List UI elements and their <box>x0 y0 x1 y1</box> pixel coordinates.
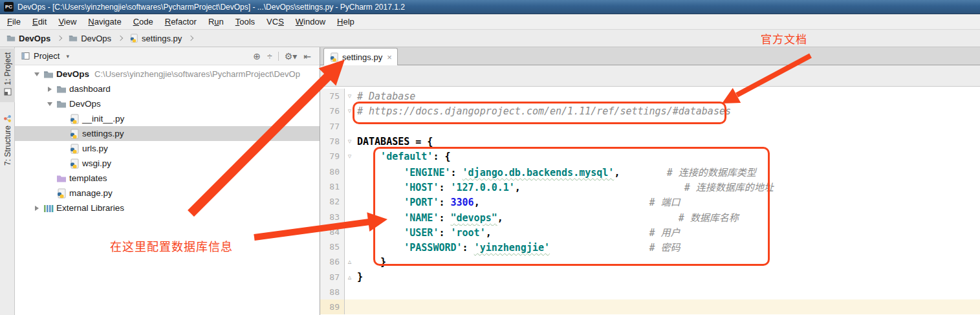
line-number[interactable]: 76 <box>320 103 345 118</box>
libs-icon <box>42 203 55 213</box>
expanded-arrow-icon[interactable] <box>32 72 42 76</box>
code-line-82[interactable]: 82 'PORT': 3306, # 端口 <box>320 194 980 209</box>
settings-gear-icon[interactable]: ⚙▾ <box>281 51 301 61</box>
fold-down-icon[interactable]: ▿ <box>345 92 354 100</box>
breadcrumb-item-settings-py[interactable]: settings.py <box>128 34 183 43</box>
fold-down-icon[interactable]: ▿ <box>345 107 354 115</box>
editor-breadcrumb-band <box>320 65 980 87</box>
tree-item--init-py[interactable]: __init__.py <box>15 111 320 126</box>
folder-icon <box>55 99 68 109</box>
fold-up-icon[interactable]: ▵ <box>345 273 354 281</box>
line-number[interactable]: 83 <box>320 209 345 224</box>
menu-navigate[interactable]: Navigate <box>82 17 127 27</box>
line-number[interactable]: 84 <box>320 224 345 239</box>
python-file-icon <box>68 114 81 124</box>
python-file-icon <box>55 188 68 199</box>
project-tree: DevOpsC:\Users\yinzhengjie\softwares\Pyc… <box>15 65 320 215</box>
code-text: } <box>354 271 363 283</box>
tree-item-wsgi-py[interactable]: wsgi.py <box>15 156 320 171</box>
line-number[interactable]: 81 <box>320 179 345 194</box>
menu-run[interactable]: Run <box>202 17 230 27</box>
tool-button-project[interactable]: 1: Project <box>0 49 15 102</box>
breadcrumb-item-devops[interactable]: DevOps <box>5 34 52 43</box>
line-number[interactable]: 77 <box>320 119 345 134</box>
close-tab-icon[interactable]: × <box>387 52 392 62</box>
fold-down-icon[interactable]: ▿ <box>345 137 354 146</box>
line-number[interactable]: 79 <box>320 149 345 164</box>
python-file-icon <box>129 34 138 43</box>
locate-icon[interactable]: ⊕ <box>250 51 264 61</box>
collapse-all-icon[interactable]: ÷ <box>264 51 276 61</box>
title-bar: PC DevOps - [C:\Users\yinzhengjie\softwa… <box>0 0 980 14</box>
line-number[interactable]: 82 <box>320 194 345 209</box>
code-line-77[interactable]: 77 <box>320 119 980 134</box>
tree-item-templates[interactable]: templates <box>15 171 320 186</box>
code-line-75[interactable]: 75▿# Database <box>320 89 980 103</box>
code-area[interactable]: 75▿# Database76▿# https://docs.djangopro… <box>320 87 980 315</box>
tab-settings-py[interactable]: settings.py× <box>323 48 398 65</box>
code-text: DATABASES = { <box>354 136 433 147</box>
tree-item-urls-py[interactable]: urls.py <box>15 141 320 156</box>
menu-vcs[interactable]: VCS <box>261 17 290 27</box>
menu-edit[interactable]: Edit <box>27 17 52 27</box>
line-number[interactable]: 89 <box>320 299 345 314</box>
code-text: 'PORT': 3306, # 端口 <box>354 195 681 208</box>
python-file-icon <box>68 144 81 154</box>
line-number[interactable]: 78 <box>320 134 345 149</box>
code-line-83[interactable]: 83 'NAME': "devops", # 数据库名称 <box>320 209 980 224</box>
menu-help[interactable]: Help <box>331 17 360 27</box>
expanded-arrow-icon[interactable] <box>45 102 55 106</box>
tree-item-label: urls.py <box>82 144 108 153</box>
tree-item-dashboard[interactable]: dashboard <box>15 81 320 96</box>
folder-icon <box>69 34 78 43</box>
hide-panel-icon[interactable]: ⇤ <box>300 51 314 61</box>
fold-up-icon[interactable]: ▵ <box>345 257 354 266</box>
code-line-84[interactable]: 84 'USER': 'root', # 用户 <box>320 224 980 239</box>
collapsed-arrow-icon[interactable] <box>45 87 55 92</box>
menu-refactor[interactable]: Refactor <box>159 17 202 27</box>
line-number[interactable]: 88 <box>320 285 345 299</box>
fold-down-icon[interactable]: ▿ <box>345 152 354 160</box>
project-panel-icon <box>21 52 30 60</box>
chevron-right-icon <box>57 36 62 41</box>
collapsed-arrow-icon[interactable] <box>32 206 42 211</box>
project-panel-header: Project ▾ ⊕÷⚙▾⇤ <box>15 47 320 65</box>
menu-window[interactable]: Window <box>290 17 331 27</box>
menu-tools[interactable]: Tools <box>230 17 261 27</box>
line-number[interactable]: 80 <box>320 164 345 179</box>
code-line-88[interactable]: 88 <box>320 285 980 299</box>
code-line-85[interactable]: 85 'PASSWORD': 'yinzhengjie' # 密码 <box>320 239 980 254</box>
tree-item-settings-py[interactable]: settings.py <box>15 126 320 141</box>
tree-item-label: manage.py <box>69 188 113 198</box>
folder-icon <box>55 84 68 94</box>
code-line-79[interactable]: 79▿ 'default': { <box>320 149 980 164</box>
tool-button-structure[interactable]: 7: Structure <box>0 112 15 169</box>
breadcrumb-item-devops[interactable]: DevOps <box>67 34 113 43</box>
tree-item-manage-py[interactable]: manage.py <box>15 186 320 201</box>
code-line-89[interactable]: 89 <box>320 299 980 314</box>
code-line-87[interactable]: 87▵} <box>320 270 980 285</box>
line-number[interactable]: 86 <box>320 254 345 269</box>
code-line-81[interactable]: 81 'HOST': '127.0.0.1', # 连接数据库的地址 <box>320 179 980 194</box>
tree-item-label: DevOps <box>56 69 89 79</box>
tree-item-label: settings.py <box>82 129 124 138</box>
chevron-right-icon <box>188 36 193 41</box>
code-line-78[interactable]: 78▿DATABASES = { <box>320 134 980 149</box>
project-panel-title[interactable]: Project <box>34 51 60 61</box>
menu-file[interactable]: File <box>1 17 27 27</box>
code-text: 'ENGINE': 'django.db.backends.mysql', # … <box>354 165 756 179</box>
code-line-80[interactable]: 80 'ENGINE': 'django.db.backends.mysql',… <box>320 164 980 179</box>
tree-item-external-libraries[interactable]: External Libraries <box>15 201 320 215</box>
menu-code[interactable]: Code <box>127 17 159 27</box>
tree-item-devops[interactable]: DevOpsC:\Users\yinzhengjie\softwares\Pyc… <box>15 67 320 81</box>
tree-item-devops[interactable]: DevOps <box>15 96 320 111</box>
menu-view[interactable]: View <box>52 17 82 27</box>
chevron-down-icon[interactable]: ▾ <box>66 53 69 60</box>
line-number[interactable]: 85 <box>320 239 345 254</box>
code-text: 'USER': 'root', # 用户 <box>354 225 681 239</box>
tool-project-icon <box>4 88 12 96</box>
line-number[interactable]: 87 <box>320 270 345 285</box>
code-line-86[interactable]: 86▵ } <box>320 254 980 269</box>
code-line-76[interactable]: 76▿# https://docs.djangoproject.com/en/1… <box>320 103 980 118</box>
line-number[interactable]: 75 <box>320 89 345 103</box>
